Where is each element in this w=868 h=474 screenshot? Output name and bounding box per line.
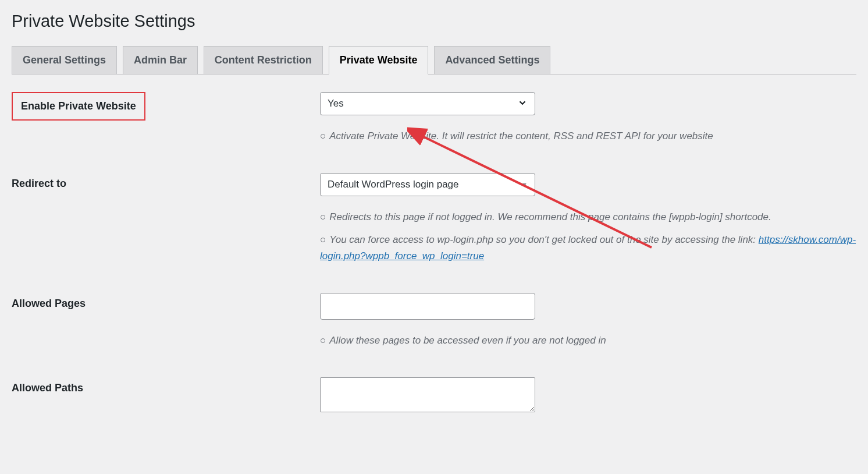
triangle-down-icon: ▼ bbox=[521, 181, 528, 188]
chevron-down-icon bbox=[517, 97, 528, 111]
tabs-nav: General Settings Admin Bar Content Restr… bbox=[12, 45, 856, 75]
enable-private-website-label: Enable Private Website bbox=[12, 92, 145, 121]
allowed-paths-textarea[interactable] bbox=[320, 377, 535, 412]
redirect-to-select[interactable]: Default WordPress login page ▼ bbox=[320, 173, 535, 196]
tab-content-restriction[interactable]: Content Restriction bbox=[204, 46, 323, 74]
enable-private-website-value: Yes bbox=[328, 98, 344, 109]
allowed-pages-input[interactable] bbox=[320, 293, 535, 320]
redirect-to-description-1: ○Redirects to this page if not logged in… bbox=[320, 209, 856, 225]
tab-advanced-settings[interactable]: Advanced Settings bbox=[434, 46, 550, 74]
page-title: Private Website Settings bbox=[12, 12, 856, 31]
redirect-to-value: Default WordPress login page bbox=[328, 179, 459, 190]
allowed-pages-description: ○Allow these pages to be accessed even i… bbox=[320, 332, 856, 348]
enable-private-website-select[interactable]: Yes bbox=[320, 92, 535, 115]
redirect-to-label: Redirect to bbox=[12, 173, 320, 190]
tab-general-settings[interactable]: General Settings bbox=[12, 46, 117, 74]
tab-admin-bar[interactable]: Admin Bar bbox=[123, 46, 198, 74]
allowed-pages-label: Allowed Pages bbox=[12, 293, 320, 310]
allowed-paths-label: Allowed Paths bbox=[12, 377, 320, 394]
enable-private-website-description: ○Activate Private Website. It will restr… bbox=[320, 128, 856, 144]
tab-private-website[interactable]: Private Website bbox=[329, 46, 429, 75]
redirect-to-description-2: ○You can force access to wp-login.php so… bbox=[320, 232, 856, 263]
